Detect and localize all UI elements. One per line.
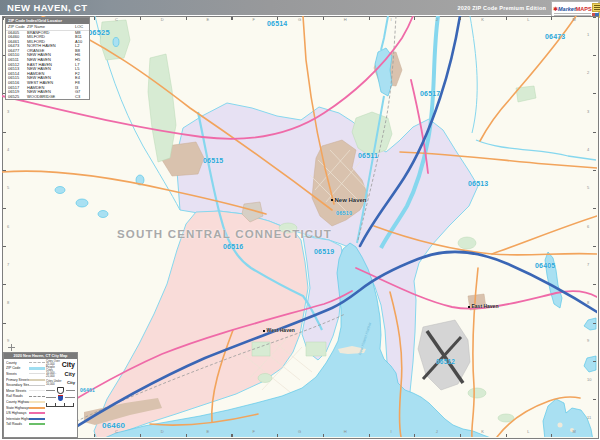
region-title: SOUTH CENTRAL CONNECTICUT	[117, 228, 332, 240]
map-canvas	[2, 16, 597, 437]
page-title: NEW HAVEN, CT	[7, 2, 88, 13]
zip-label-06525: 06525	[88, 29, 110, 36]
us-highway-shield-icon	[57, 387, 64, 394]
zip-label-06512: 06512	[436, 358, 455, 365]
zip-label-06519: 06519	[314, 248, 334, 255]
legend-city-item: Cities 10,000 - 25,000 City	[46, 369, 75, 378]
legend-swatch	[29, 379, 45, 381]
edition-label: 2020 ZIP Code Premium Edition	[457, 5, 546, 11]
zip-label-06460: 06460	[102, 422, 125, 429]
legend-item: Toll Roads	[6, 422, 46, 428]
zip-label-06513: 06513	[468, 180, 488, 187]
legend-swatch	[29, 423, 45, 425]
zip-index-row: 06525 WOODBRIDGE C3	[6, 95, 89, 100]
scale-bar	[46, 403, 74, 407]
zip-label-06515: 06515	[203, 157, 223, 164]
legend-swatch	[29, 373, 45, 374]
compass-icon	[8, 344, 15, 351]
legend-swatch	[29, 367, 45, 370]
legend-swatch	[29, 390, 45, 391]
legend-city-item: Cities Under 10,000 City	[46, 378, 75, 387]
brand-market: Market	[558, 6, 576, 12]
zip-index-panel: ZIP Code Index/Grid Locator ZIP Code ZIP…	[5, 17, 90, 100]
us-highway-shield-row	[46, 387, 75, 394]
legend-swatch	[29, 401, 45, 403]
zip-label-06511: 06511	[358, 152, 378, 159]
city-label-new-haven: New Haven	[331, 197, 367, 203]
legend-swatch	[29, 418, 45, 420]
legend-panel: 2020 New Haven, CT City Map County ZIP C…	[3, 352, 78, 438]
interstate-shield-row	[46, 394, 75, 401]
logo-badge	[592, 3, 600, 12]
zip-label-06473: 06473	[545, 33, 565, 40]
zip-label-06516: 06516	[223, 243, 243, 250]
brand-text: ✱MarketMAPS	[553, 3, 592, 16]
legend-swatch	[29, 412, 45, 414]
legend-line-items: County ZIP Code Streets Primary Streets …	[6, 360, 46, 427]
legend-title: 2020 New Haven, CT City Map	[4, 353, 77, 359]
map-page: NEW HAVEN, CT 2020 ZIP Code Premium Edit…	[0, 0, 600, 440]
zip-index-rows: 06405 BRANFORD M8 06460 MILFORD B11 0646…	[6, 31, 89, 100]
legend-swatch	[29, 407, 45, 409]
legend-swatch	[29, 385, 45, 386]
farm-river-cove	[543, 399, 593, 437]
zip-label-06461: 06461	[80, 387, 95, 394]
zip-label-06517: 06517	[420, 90, 440, 97]
brand-maps: MAPS	[576, 6, 592, 12]
legend-swatch	[29, 362, 45, 363]
zip-label-06510: 06510	[336, 210, 352, 217]
interstate-shield-icon	[58, 395, 63, 401]
zip-label-06405: 06405	[535, 262, 555, 269]
legend-swatch	[29, 396, 45, 397]
lake-saltonstall	[545, 252, 562, 308]
zip-label-06514: 06514	[267, 20, 287, 27]
tweed-airport	[418, 320, 470, 390]
city-label-east-haven: East Haven	[468, 303, 498, 309]
legend-city-items: Cities Over 25,000 People City Cities 10…	[46, 360, 75, 427]
city-label-west-haven: West Haven	[263, 327, 295, 333]
